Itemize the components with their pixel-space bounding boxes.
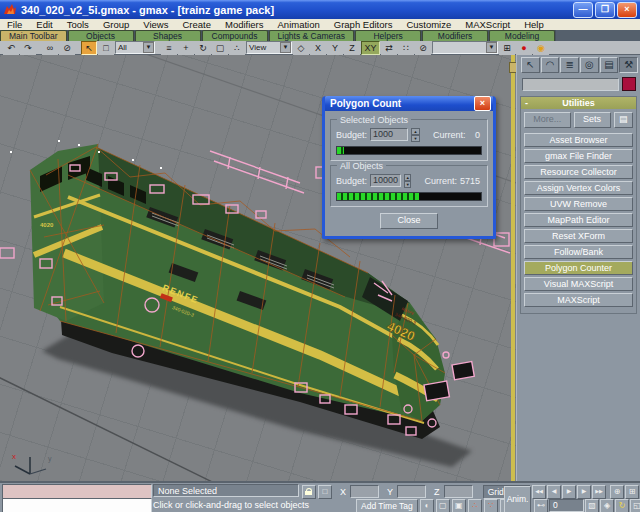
select-object-icon[interactable]: ↖ <box>81 41 97 55</box>
close-button[interactable]: × <box>617 2 637 18</box>
dropdown-arrow-icon[interactable]: ▼ <box>486 42 497 53</box>
tab-objects[interactable]: Objects <box>68 30 134 41</box>
array-icon[interactable]: ∷ <box>398 41 414 55</box>
select-by-name-icon[interactable]: ≡ <box>161 41 177 55</box>
assign-vertex-colors-button[interactable]: Assign Vertex Colors <box>524 181 633 195</box>
rotate-icon[interactable]: ↻ <box>195 41 211 55</box>
configure-button-sets-icon[interactable]: ▤ <box>614 112 633 128</box>
maxscript-button[interactable]: MAXScript <box>524 293 633 307</box>
undo-icon[interactable]: ↶ <box>3 41 19 55</box>
zoom-all-icon[interactable]: ⊞ <box>625 485 639 499</box>
axis-z-button[interactable]: Z <box>344 41 360 55</box>
titlebar[interactable]: 340_020_v2_5i.gmax - gmax - [trainz game… <box>0 0 640 19</box>
dialog-titlebar[interactable]: Polygon Count × <box>325 96 493 111</box>
menu-help[interactable]: Help <box>517 19 551 30</box>
follow-bank-button[interactable]: Follow/Bank <box>524 245 633 259</box>
tab-lights-cameras[interactable]: Lights & Cameras <box>269 30 355 41</box>
pan-icon[interactable]: ◈ <box>600 499 614 512</box>
menu-tools[interactable]: Tools <box>60 19 96 30</box>
snap-toggle-icon[interactable]: ∴ <box>229 41 245 55</box>
axis-y-button[interactable]: Y <box>327 41 343 55</box>
spinner-down-icon[interactable]: ▼ <box>404 181 411 188</box>
dropdown-arrow-icon[interactable]: ▼ <box>143 42 154 53</box>
utilities-rollout-header[interactable]: - Utilities <box>521 97 636 109</box>
selected-budget-spinner[interactable]: ▲ ▼ <box>411 128 420 141</box>
tab-modifiers[interactable]: Modifiers <box>422 30 488 41</box>
object-color-swatch[interactable] <box>622 77 636 91</box>
menu-modifiers[interactable]: Modifiers <box>218 19 271 30</box>
dialog-close-icon[interactable]: × <box>474 96 491 111</box>
next-frame-button[interactable]: ▶ <box>577 485 591 499</box>
collapse-icon[interactable]: - <box>525 97 528 109</box>
material-editor-icon[interactable]: ● <box>516 41 532 55</box>
display-tab-icon[interactable]: ▤ <box>600 57 619 73</box>
selected-budget-field[interactable]: 1000 <box>370 128 408 141</box>
y-coord-field[interactable] <box>397 485 426 498</box>
min-max-toggle-icon[interactable]: ◱ <box>630 499 640 512</box>
unbind-icon[interactable]: ⊘ <box>415 41 431 55</box>
menu-maxscript[interactable]: MAXScript <box>458 19 517 30</box>
scale-icon[interactable]: ▢ <box>212 41 228 55</box>
go-to-start-button[interactable]: ◀◀ <box>532 485 546 499</box>
region-zoom-icon[interactable]: ▧ <box>585 499 599 512</box>
resource-collector-button[interactable]: Resource Collector <box>524 165 633 179</box>
named-selection-dropdown[interactable]: ▼ <box>432 41 498 54</box>
move-icon[interactable]: + <box>178 41 194 55</box>
hierarchy-tab-icon[interactable]: ≣ <box>560 57 579 73</box>
render-icon[interactable]: ◉ <box>533 41 549 55</box>
tab-shapes[interactable]: Shapes <box>135 30 201 41</box>
status-tool-icon-2[interactable]: ▢ <box>436 499 450 512</box>
menu-group[interactable]: Group <box>96 19 136 30</box>
previous-frame-button[interactable]: ◀ <box>547 485 561 499</box>
reset-xform-button[interactable]: Reset XForm <box>524 229 633 243</box>
rectangular-region-icon[interactable]: □ <box>98 41 114 55</box>
select-and-link-icon[interactable]: ∞ <box>42 41 58 55</box>
menu-customize[interactable]: Customize <box>399 19 458 30</box>
add-time-tag-button[interactable]: Add Time Tag <box>356 499 418 512</box>
status-tool-icon-1[interactable]: ◐ <box>420 499 434 512</box>
menu-views[interactable]: Views <box>136 19 175 30</box>
visual-maxscript-button[interactable]: Visual MAXScript <box>524 277 633 291</box>
menu-edit[interactable]: Edit <box>29 19 59 30</box>
selection-filter-dropdown[interactable]: All▼ <box>115 41 155 54</box>
current-frame-field[interactable]: 0 <box>549 499 584 512</box>
redo-icon[interactable]: ↷ <box>20 41 36 55</box>
maxscript-macro-recorder[interactable] <box>2 484 152 499</box>
tab-helpers[interactable]: Helpers <box>355 30 421 41</box>
all-budget-spinner[interactable]: ▲ ▼ <box>404 174 411 187</box>
create-tab-icon[interactable]: ↖ <box>521 57 540 73</box>
key-mode-toggle-icon[interactable]: ⊷ <box>534 499 548 512</box>
tab-main-toolbar[interactable]: Main Toolbar <box>0 30 67 41</box>
selection-lock-icon[interactable] <box>302 485 316 499</box>
unlink-selection-icon[interactable]: ⊘ <box>59 41 75 55</box>
maxscript-listener[interactable] <box>2 498 152 512</box>
object-name-field[interactable] <box>522 78 619 91</box>
z-coord-field[interactable] <box>444 485 473 498</box>
x-coord-field[interactable] <box>350 485 379 498</box>
zoom-icon[interactable]: ⊕ <box>610 485 624 499</box>
menu-graph-editors[interactable]: Graph Editors <box>327 19 400 30</box>
spinner-down-icon[interactable]: ▼ <box>411 135 420 142</box>
spinner-up-icon[interactable]: ▲ <box>411 128 420 135</box>
gmax-file-finder-button[interactable]: gmax File Finder <box>524 149 633 163</box>
mirror-icon[interactable]: ⇄ <box>381 41 397 55</box>
spinner-up-icon[interactable]: ▲ <box>404 174 411 181</box>
tab-modeling[interactable]: Modeling <box>489 30 555 41</box>
more-button[interactable]: More... <box>524 112 571 128</box>
polygon-counter-button[interactable]: Polygon Counter <box>524 261 633 275</box>
menu-animation[interactable]: Animation <box>271 19 327 30</box>
dropdown-arrow-icon[interactable]: ▼ <box>280 42 291 53</box>
menu-file[interactable]: File <box>0 19 29 30</box>
polygon-count-dialog[interactable]: Polygon Count × Selected Objects Budget:… <box>322 96 496 239</box>
reference-coordinate-dropdown[interactable]: View▼ <box>246 41 292 54</box>
absolute-offset-toggle-icon[interactable]: □ <box>318 485 332 499</box>
axis-xy-button[interactable]: XY <box>361 41 380 55</box>
animate-button[interactable]: Anim. <box>504 486 531 512</box>
dialog-close-button[interactable]: Close <box>380 213 438 229</box>
modify-tab-icon[interactable]: ◠ <box>541 57 560 73</box>
status-tool-icon-4[interactable]: ∴ <box>468 499 482 512</box>
sets-button[interactable]: Sets <box>574 112 611 128</box>
use-center-icon[interactable]: ◇ <box>293 41 309 55</box>
arc-rotate-icon[interactable]: ↻ <box>615 499 629 512</box>
minimize-button[interactable]: — <box>573 2 593 18</box>
